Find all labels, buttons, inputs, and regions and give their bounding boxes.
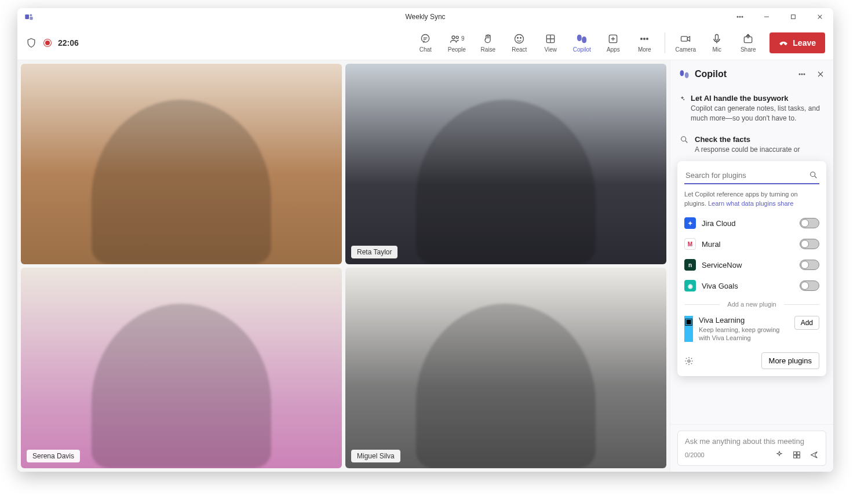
copilot-text-input[interactable]: Ask me anything about this meeting 0/200… xyxy=(677,431,826,466)
svg-point-24 xyxy=(641,38,643,39)
svg-point-5 xyxy=(742,16,743,17)
plugins-popover: Let Copilot reference apps by turning on… xyxy=(677,161,826,376)
more-icon xyxy=(639,33,650,45)
plugin-toggle[interactable] xyxy=(800,239,819,249)
chat-icon xyxy=(420,33,431,45)
sparkle-icon xyxy=(680,94,685,103)
svg-rect-7 xyxy=(792,15,796,19)
apps-icon xyxy=(607,33,619,45)
search-icon xyxy=(809,170,818,180)
svg-rect-42 xyxy=(794,455,797,458)
svg-rect-27 xyxy=(681,36,688,41)
copilot-panel: Copilot Let AI handle the busywork Copil… xyxy=(670,60,833,472)
svg-line-36 xyxy=(685,141,687,143)
svg-point-37 xyxy=(811,172,815,177)
plugin-row: M Mural xyxy=(684,234,819,254)
people-button[interactable]: 9 People xyxy=(441,31,472,55)
leave-button[interactable]: Leave xyxy=(769,32,825,53)
plugin-toggle[interactable] xyxy=(800,260,819,270)
minimize-button[interactable] xyxy=(753,8,780,25)
phone-hangup-icon xyxy=(779,38,788,48)
grid-icon xyxy=(545,33,556,45)
servicenow-icon: n xyxy=(684,259,696,271)
svg-rect-41 xyxy=(797,452,800,455)
char-counter: 0/2000 xyxy=(685,451,705,458)
copilot-tip-card: Let AI handle the busywork Copilot can g… xyxy=(677,88,826,129)
svg-rect-0 xyxy=(25,14,29,19)
share-icon xyxy=(742,33,754,45)
mural-icon: M xyxy=(684,238,696,250)
viva-learning-icon: ▣ xyxy=(684,316,693,342)
sparkle-prompt-icon[interactable] xyxy=(775,450,784,460)
more-plugins-button[interactable]: More plugins xyxy=(761,352,819,369)
people-count: 9 xyxy=(461,35,465,42)
panel-close-icon[interactable] xyxy=(816,70,825,79)
raise-hand-button[interactable]: Raise xyxy=(472,31,504,55)
maximize-button[interactable] xyxy=(780,8,807,25)
smile-icon xyxy=(513,33,525,45)
svg-point-31 xyxy=(801,74,803,75)
svg-rect-43 xyxy=(797,455,800,458)
meeting-toolbar: 22:06 Chat 9 People Raise React xyxy=(17,25,833,60)
svg-point-15 xyxy=(515,34,524,43)
copilot-logo-icon xyxy=(679,68,690,80)
new-plugin-row: ▣ Viva Learning Keep learning, keep grow… xyxy=(684,312,819,342)
video-grid: Reta Taylor Serena Davis Miguel Silva xyxy=(17,60,670,472)
svg-rect-28 xyxy=(716,34,719,40)
jira-icon: ✦ xyxy=(684,217,696,229)
panel-more-icon[interactable] xyxy=(797,70,807,79)
toolbar-separator xyxy=(665,32,665,53)
participant-name-chip: Miguel Silva xyxy=(351,450,400,462)
svg-rect-2 xyxy=(30,17,32,20)
chat-button[interactable]: Chat xyxy=(410,31,441,55)
svg-point-26 xyxy=(647,38,648,39)
participant-tile[interactable] xyxy=(21,64,342,264)
title-bar: Weekly Sync xyxy=(17,8,833,25)
copilot-button[interactable]: Copilot xyxy=(566,31,597,55)
close-button[interactable] xyxy=(807,8,833,25)
plugins-grid-icon[interactable] xyxy=(792,450,801,460)
svg-point-39 xyxy=(688,360,690,362)
participant-tile[interactable]: Miguel Silva xyxy=(345,268,666,468)
svg-point-30 xyxy=(799,74,800,75)
svg-point-16 xyxy=(517,37,519,38)
svg-point-17 xyxy=(520,37,521,38)
plugin-row: ◉ Viva Goals xyxy=(684,275,819,296)
participant-tile[interactable]: Serena Davis xyxy=(21,268,342,468)
plugin-help-text: Let Copilot reference apps by turning on… xyxy=(684,190,819,208)
settings-icon[interactable] xyxy=(684,356,694,366)
plugin-row: ✦ Jira Cloud xyxy=(684,213,819,234)
svg-point-32 xyxy=(804,74,805,75)
react-button[interactable]: React xyxy=(504,31,535,55)
camera-button[interactable]: Camera xyxy=(670,31,701,55)
mic-button[interactable]: Mic xyxy=(701,31,732,55)
plugin-search-input[interactable] xyxy=(685,171,805,180)
recording-indicator-icon xyxy=(44,39,51,46)
teams-app-icon xyxy=(24,12,34,21)
svg-point-25 xyxy=(644,38,645,39)
copilot-icon xyxy=(576,33,588,45)
share-button[interactable]: Share xyxy=(732,31,764,55)
more-button[interactable]: More xyxy=(629,31,660,55)
apps-button[interactable]: Apps xyxy=(597,31,629,55)
plugin-row: n ServiceNow xyxy=(684,254,819,275)
plugin-help-link[interactable]: Learn what data plugins share xyxy=(708,200,793,207)
add-plugin-button[interactable]: Add xyxy=(794,316,819,330)
plugin-toggle[interactable] xyxy=(800,280,819,291)
svg-rect-40 xyxy=(794,452,797,455)
participant-tile[interactable]: Reta Taylor xyxy=(345,64,666,264)
svg-point-14 xyxy=(456,36,458,38)
plugins-divider: Add a new plugin xyxy=(684,301,819,308)
plugin-toggle[interactable] xyxy=(800,218,819,228)
svg-point-10 xyxy=(422,34,429,42)
svg-point-4 xyxy=(739,16,741,17)
window-title: Weekly Sync xyxy=(405,13,445,21)
meeting-timer: 22:06 xyxy=(58,38,79,48)
svg-point-35 xyxy=(681,136,686,141)
copilot-tip-card: Check the facts A response could be inac… xyxy=(677,129,826,161)
more-options-button[interactable] xyxy=(727,8,753,25)
mic-icon xyxy=(711,33,723,45)
view-button[interactable]: View xyxy=(535,31,566,55)
search-check-icon xyxy=(680,135,689,144)
send-icon[interactable] xyxy=(809,450,819,460)
